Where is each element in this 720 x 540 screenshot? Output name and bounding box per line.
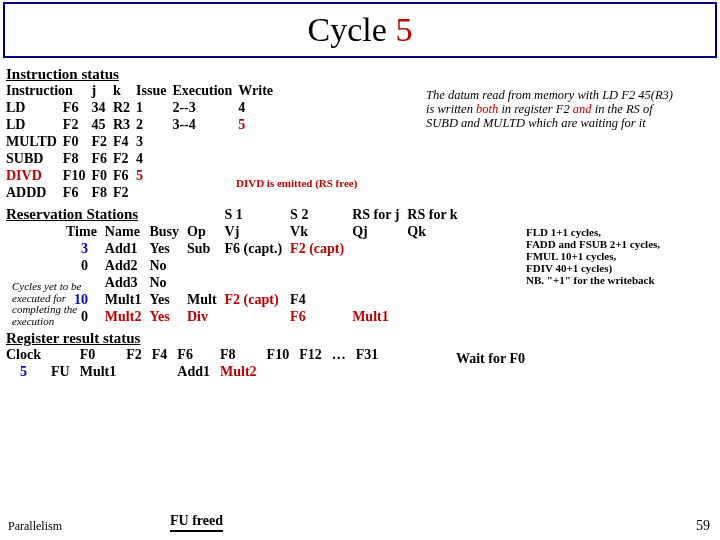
slide-content: Instruction status Instruction j k Issue… — [6, 66, 714, 381]
register-result-table: Clock F0 F2 F4 F6 F8 F10 F12 … F31 5 FU … — [6, 347, 388, 381]
footer-left: Parallelism — [8, 519, 62, 534]
section-register-result: Register result status — [6, 330, 714, 347]
title-bar: Cycle 5 — [3, 2, 717, 58]
wait-for-f0-note: Wait for F0 — [456, 351, 525, 367]
inst-row: LD F6 34 R2 1 2--3 4 — [6, 100, 279, 117]
inst-h-j: j — [91, 83, 113, 100]
inst-row: LD F2 45 R3 2 3--4 5 — [6, 117, 279, 134]
section-reservation-stations: Reservation Stations — [6, 206, 149, 224]
rs-row: 0 Add2 No — [6, 258, 466, 275]
memory-write-note: The datum read from memory with LD F2 45… — [426, 89, 696, 130]
inst-row: MULTD F0 F2 F4 3 — [6, 134, 279, 151]
cycles-remaining-note: Cycles yet to be executed for completing… — [12, 281, 88, 327]
page-number: 59 — [696, 518, 710, 534]
rs-row: 3 Add1 Yes Sub F6 (capt.) F2 (capt) — [6, 241, 466, 258]
title-prefix: Cycle — [308, 11, 396, 48]
inst-h-write: Write — [238, 83, 279, 100]
inst-h-k: k — [113, 83, 136, 100]
divd-emitted-note: DIVD is emitted (RS free) — [236, 177, 357, 189]
inst-h-exec: Execution — [172, 83, 238, 100]
inst-h-issue: Issue — [136, 83, 172, 100]
title-number: 5 — [395, 11, 412, 48]
cycle-latency-note: FLD 1+1 cycles, FADD and FSUB 2+1 cycles… — [526, 226, 716, 286]
fu-freed-label: FU freed — [170, 513, 223, 532]
section-instruction-status: Instruction status — [6, 66, 714, 83]
inst-h-instruction: Instruction — [6, 83, 91, 100]
inst-row: SUBD F8 F6 F2 4 — [6, 151, 279, 168]
